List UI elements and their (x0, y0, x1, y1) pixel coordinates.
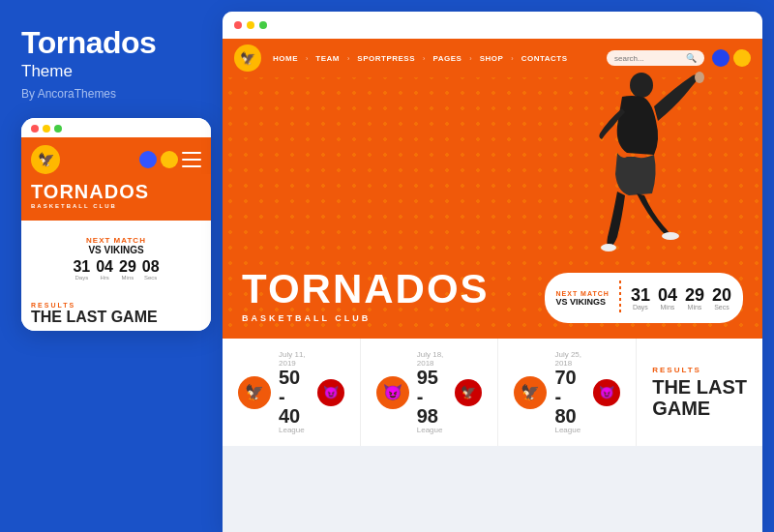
nav-link-pages[interactable]: PAGES (432, 54, 461, 63)
mobile-hero-title: TORNADOS (31, 182, 201, 201)
mobile-window-bar (21, 118, 211, 137)
search-button[interactable]: 🔍 (686, 53, 697, 63)
result-date-1: July 11, 2019 (279, 350, 310, 368)
result-logo-right-2: 🦅 (455, 379, 482, 406)
theme-title: Tornados (21, 27, 201, 60)
profile-yellow-icon (733, 49, 751, 67)
dot-green (54, 125, 62, 133)
results-tag: RESULTS (652, 366, 747, 374)
mobile-match-box: NEXT MATCH VS VIKINGS 31 Days 04 Hrs 29 … (25, 228, 207, 288)
mobile-next-match-label: NEXT MATCH (35, 236, 197, 245)
profile-blue-icon (712, 49, 729, 67)
mobile-hero-subtitle: BASKETBALL CLUB (31, 203, 201, 209)
results-last-game: RESULTS THE LAST GAME (637, 339, 762, 446)
result-card-1: 🦅 July 11, 2019 50 - 40 League 😈 (223, 339, 361, 446)
mobile-results-section: RESULTS THE LAST GAME (21, 296, 211, 332)
result-info-3: July 25, 2018 70 - 80 League (554, 350, 585, 434)
nav-link-shop[interactable]: SHOP (480, 54, 504, 63)
mobile-blue-icon (139, 151, 157, 168)
dot-red (31, 125, 39, 133)
mobile-timer-hrs: 04 Hrs (96, 259, 113, 281)
mobile-header: 🦅 (21, 137, 211, 174)
result-date-2: July 18, 2018 (417, 350, 448, 368)
hero-title: TORNADOS (242, 269, 525, 310)
result-score-1: 50 - 40 (279, 368, 310, 426)
nav-link-home[interactable]: HOME (273, 54, 298, 63)
svg-point-3 (662, 232, 679, 240)
nav-search-box[interactable]: 🔍 (607, 50, 704, 66)
browser-dot-red (234, 21, 242, 29)
mobile-timer-mins: 29 Mins (119, 259, 136, 281)
nav-logo: 🦅 (234, 44, 261, 72)
result-info-2: July 18, 2018 95 - 98 League (417, 350, 448, 434)
svg-point-1 (695, 72, 704, 83)
svg-point-0 (630, 73, 653, 98)
mobile-results-tag: RESULTS (31, 302, 201, 309)
mobile-logo-icon: 🦅 (31, 145, 60, 174)
hero-content: TORNADOS BASKETBALL CLUB (223, 77, 762, 339)
result-logo-right-1: 😈 (317, 379, 344, 406)
search-input[interactable] (614, 54, 682, 63)
result-info-1: July 11, 2019 50 - 40 League (279, 350, 310, 434)
result-league-1: League (279, 426, 310, 434)
results-section: 🦅 July 11, 2019 50 - 40 League 😈 😈 July … (223, 339, 762, 446)
hamburger-icon[interactable] (182, 152, 201, 167)
browser-preview: 🦅 HOME › TEAM › SPORTPRESS › PAGES › SHO… (223, 12, 762, 532)
result-score-2: 95 - 98 (417, 368, 448, 426)
hero-text: TORNADOS BASKETBALL CLUB (242, 269, 525, 323)
browser-window-bar (223, 12, 762, 39)
dot-yellow (43, 125, 50, 133)
mobile-nav-icons (139, 151, 201, 168)
result-card-3: 🦅 July 25, 2018 70 - 80 League 😈 (498, 339, 637, 446)
nav-link-sportpress[interactable]: SPORTPRESS (357, 54, 415, 63)
mobile-timer: 31 Days 04 Hrs 29 Mins 08 Secs (35, 259, 197, 281)
nav-links: HOME › TEAM › SPORTPRESS › PAGES › SHOP … (273, 54, 599, 63)
result-league-2: League (417, 426, 448, 434)
browser-dot-yellow (247, 21, 254, 29)
hero-subtitle: BASKETBALL CLUB (242, 313, 525, 323)
left-panel: Tornados Theme By AncoraThemes 🦅 TORNA (0, 0, 223, 532)
result-league-3: League (554, 426, 585, 434)
result-logo-left-3: 🦅 (514, 376, 547, 409)
mobile-timer-secs: 08 Secs (142, 259, 160, 281)
mobile-results-title: THE LAST GAME (31, 309, 201, 326)
browser-hero: 🦅 HOME › TEAM › SPORTPRESS › PAGES › SHO… (223, 39, 762, 339)
mobile-yellow-icon (161, 151, 178, 168)
mobile-preview-card: 🦅 TORNADOS BASKETBALL CLUB NEXT MATCH VS… (21, 118, 211, 332)
result-score-3: 70 - 80 (554, 368, 585, 426)
theme-by: By AncoraThemes (21, 87, 201, 101)
result-logo-left-1: 🦅 (238, 376, 271, 409)
result-logo-right-3: 😈 (593, 379, 620, 406)
nav-link-team[interactable]: TEAM (315, 54, 340, 63)
nav-profile-icons (712, 49, 751, 67)
mobile-timer-days: 31 Days (73, 259, 90, 281)
browser-dot-green (259, 21, 267, 29)
theme-subtitle: Theme (21, 62, 201, 81)
result-card-2: 😈 July 18, 2018 95 - 98 League 🦅 (361, 339, 499, 446)
mobile-hero-bg: TORNADOS BASKETBALL CLUB (21, 174, 211, 221)
mobile-logo-area: 🦅 (31, 145, 60, 174)
svg-point-2 (601, 244, 616, 251)
nm-timer-secs: 20 Secs (712, 286, 731, 310)
results-last-game-title: THE LAST GAME (652, 376, 747, 419)
mobile-match-vs: VS VIKINGS (35, 245, 197, 255)
browser-content: 🦅 HOME › TEAM › SPORTPRESS › PAGES › SHO… (223, 39, 762, 532)
result-logo-left-2: 😈 (376, 376, 409, 409)
nav-link-contacts[interactable]: CONTACTS (521, 54, 568, 63)
hero-player-figure (550, 68, 704, 339)
result-date-3: July 25, 2018 (554, 350, 585, 368)
